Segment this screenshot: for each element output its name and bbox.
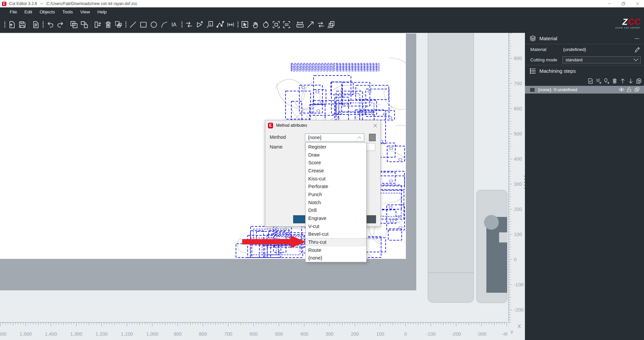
layers-copy-icon[interactable]: [634, 87, 641, 93]
svg-text:100: 100: [514, 232, 522, 237]
copy-doc-icon[interactable]: [635, 77, 643, 85]
start-point-icon[interactable]: [194, 19, 205, 30]
menu-item-edit[interactable]: Edit: [21, 8, 36, 15]
swap-doc-icon[interactable]: [93, 19, 103, 30]
layers-icon: [529, 35, 536, 42]
report-icon[interactable]: [31, 19, 41, 30]
measure-icon[interactable]: [295, 19, 305, 30]
dropdown-option-punch[interactable]: Punch: [306, 190, 366, 199]
dialog-title-bar[interactable]: E Method attributes: [265, 120, 380, 130]
trash-icon[interactable]: [611, 77, 619, 85]
undo-icon[interactable]: [45, 19, 55, 30]
dropdown-option-perforate[interactable]: Perforate: [306, 182, 366, 190]
svg-text:-100: -100: [514, 282, 524, 287]
menu-item-view[interactable]: View: [76, 8, 94, 15]
order-icon[interactable]: 12: [205, 19, 215, 30]
svg-text:2: 2: [327, 25, 329, 29]
dropdown-option-notch[interactable]: Notch: [306, 199, 366, 207]
pin-add-icon[interactable]: [603, 77, 610, 85]
fit-page-icon[interactable]: [281, 19, 292, 30]
method-combobox[interactable]: {none}: [305, 133, 364, 141]
unlock-icon[interactable]: [626, 87, 633, 93]
text-icon[interactable]: IA: [169, 19, 180, 30]
dropdown-option-bevel-cut[interactable]: Bevel-cut: [306, 230, 366, 238]
dropdown-option-v-cut[interactable]: V-cut: [306, 222, 366, 230]
svg-text:1,300: 1,300: [70, 331, 82, 337]
dialog-title: Method attributes: [276, 123, 373, 128]
window-title: Cut Editor 3.2.6 -- C:/Users/Fab/Downloa…: [9, 1, 137, 6]
close-icon[interactable]: [373, 123, 378, 128]
dropdown-option-score[interactable]: Score: [306, 159, 366, 167]
vertical-ruler: 8007006005004003002001000-100-200: [507, 33, 525, 323]
drawing-canvas[interactable]: 1,6001,5001,4001,3001,2001,1001,00090080…: [0, 33, 525, 340]
svg-text:1: 1: [209, 22, 211, 25]
line-icon[interactable]: [128, 19, 138, 30]
path-measure-icon[interactable]: [225, 19, 236, 30]
dropdown-option-route[interactable]: Route: [306, 246, 366, 254]
menu-item-objects[interactable]: Objects: [36, 8, 59, 15]
toolbar-separator: [28, 19, 31, 30]
title-bar: E Cut Editor 3.2.6 -- C:/Users/Fab/Downl…: [0, 0, 644, 7]
group-icon[interactable]: [69, 19, 79, 30]
pencil-icon[interactable]: [634, 46, 641, 53]
import-file-icon[interactable]: [7, 19, 17, 30]
chevrons-add-icon[interactable]: [595, 77, 602, 85]
arc-icon[interactable]: [159, 19, 169, 30]
dropdown-option-none[interactable]: {none}: [306, 254, 366, 262]
material-section-header[interactable]: Material: [525, 33, 644, 44]
material-label: Material: [530, 47, 562, 52]
pan-icon[interactable]: [250, 19, 261, 30]
ungroup-icon[interactable]: [79, 19, 90, 30]
arrow-up-icon[interactable]: [619, 77, 627, 85]
dropdown-option-drill[interactable]: Drill: [306, 206, 366, 214]
zoom-reset-icon[interactable]: [261, 19, 271, 30]
arrow-down-icon[interactable]: [627, 77, 635, 85]
svg-text:200: 200: [514, 207, 522, 212]
svg-text:700: 700: [514, 81, 522, 86]
reorder-icon[interactable]: [316, 19, 326, 30]
order-copy-icon[interactable]: 12: [326, 19, 336, 30]
toolbar-drag-handle: [41, 19, 45, 30]
machining-step-row[interactable]: {none}: 0:undefined: [525, 86, 644, 94]
dropdown-option-thru-cut[interactable]: Thru-cut: [306, 238, 366, 246]
restore-icon[interactable]: [621, 1, 626, 6]
menu-item-tools[interactable]: Tools: [59, 8, 77, 15]
redo-icon[interactable]: [55, 19, 66, 30]
machining-section-header[interactable]: Machining steps: [525, 65, 644, 76]
svg-text:600: 600: [250, 331, 258, 337]
toolbar-separator: [66, 19, 69, 30]
eye-icon[interactable]: [619, 87, 625, 93]
minus-icon[interactable]: [634, 36, 640, 42]
svg-text:-200: -200: [514, 307, 524, 313]
material-margin-right: [406, 34, 416, 290]
cutting-mode-select[interactable]: standard: [562, 56, 641, 63]
menu-item-file[interactable]: File: [6, 8, 21, 15]
svg-text:-200: -200: [451, 331, 461, 337]
method-color-swatch[interactable]: [369, 134, 376, 141]
trash-icon[interactable]: [103, 19, 113, 30]
menu-item-help[interactable]: Help: [94, 8, 110, 15]
reverse-path-icon[interactable]: [184, 19, 194, 30]
dropdown-option-crease[interactable]: Crease: [306, 167, 366, 175]
save-icon[interactable]: [17, 19, 28, 30]
fit-selection-icon[interactable]: [271, 19, 281, 30]
doc-check-icon[interactable]: [587, 77, 594, 85]
dropdown-option-draw[interactable]: Draw: [306, 151, 366, 159]
material-value: {undefined}: [562, 47, 634, 52]
dropdown-option-register[interactable]: Register: [306, 143, 366, 151]
rectangle-icon[interactable]: [138, 19, 149, 30]
close-icon[interactable]: [635, 1, 640, 6]
dropdown-option-engrave[interactable]: Engrave: [306, 214, 366, 222]
ellipse-icon[interactable]: [149, 19, 159, 30]
arrow-ne-icon[interactable]: [305, 19, 316, 30]
chevron-down-icon: [633, 57, 639, 63]
minimize-icon[interactable]: [607, 1, 612, 6]
select-icon[interactable]: [240, 19, 250, 30]
edit-points-icon[interactable]: [215, 19, 225, 30]
step-checkbox[interactable]: [530, 88, 535, 92]
duplicate-icon[interactable]: [113, 19, 124, 30]
machining-steps-toolbar: [525, 76, 644, 85]
dropdown-option-kiss-cut[interactable]: Kiss-cut: [306, 175, 366, 183]
svg-text:800: 800: [514, 56, 522, 61]
cutting-mode-row: Cutting mode standard: [525, 55, 644, 65]
